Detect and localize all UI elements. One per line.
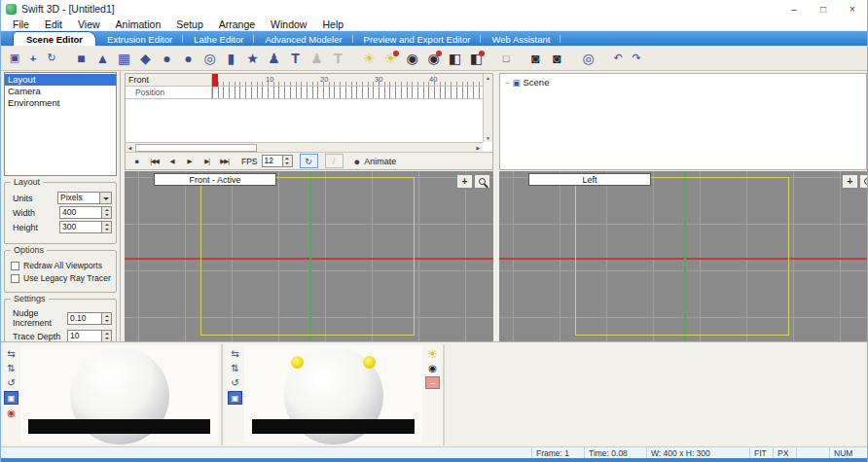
material-preview-canvas[interactable] [20, 345, 218, 443]
menu-setup[interactable]: Setup [168, 18, 210, 30]
list-item-environment[interactable]: Environment [5, 97, 116, 109]
menu-view[interactable]: View [70, 18, 108, 30]
timeline-ruler[interactable]: 10 20 30 40 [212, 74, 483, 87]
fit-view-button[interactable]: ▣ [228, 391, 242, 405]
nudge-increment-input[interactable]: 0.10 [67, 312, 102, 325]
go-start-button[interactable]: |◀◀ [146, 156, 163, 167]
octahedron-icon[interactable]: ◆ [135, 49, 156, 68]
fit-view-button[interactable]: ▣ [4, 391, 18, 405]
rounded-cube-icon[interactable]: ▮ [221, 49, 241, 68]
add-light-icon[interactable]: ☀ [425, 347, 440, 360]
remove-light-button[interactable]: – [425, 376, 440, 389]
menu-arrange[interactable]: Arrange [211, 18, 263, 30]
units-select[interactable]: Pixels [57, 192, 100, 204]
scroll-right-icon[interactable]: ▶ [474, 145, 483, 151]
timeline-vertical-scrollbar[interactable]: ▲ ▼ [483, 74, 492, 142]
zoom-view-button[interactable] [859, 174, 868, 189]
list-item-camera[interactable]: Camera [5, 86, 116, 97]
redo-icon[interactable]: ↷ [628, 49, 645, 68]
tab-advanced-modeler[interactable]: Advanced Modeler [254, 32, 352, 46]
step-back-button[interactable]: ◀ [163, 156, 180, 167]
timeline-subtrack-name[interactable]: Position [126, 87, 212, 99]
pan-view-button[interactable]: + [456, 174, 473, 189]
menu-edit[interactable]: Edit [37, 18, 70, 30]
lighting-preview-canvas[interactable] [244, 345, 422, 443]
close-button[interactable]: × [838, 0, 867, 18]
animation-mode-toggle[interactable]: ↻ [300, 154, 318, 168]
orbit-vertical-icon[interactable]: ⇅ [4, 362, 18, 374]
scroll-up-icon[interactable]: ▲ [486, 75, 490, 81]
move-object-icon[interactable]: + [24, 49, 42, 68]
tab-lathe-editor[interactable]: Lathe Editor [183, 32, 254, 46]
minimize-button[interactable]: – [779, 0, 809, 18]
star-icon[interactable]: ★ [242, 49, 263, 68]
tab-scene-editor[interactable]: Scene Editor [13, 31, 96, 46]
timeline-track-name[interactable]: Front [126, 74, 212, 87]
height-stepper[interactable] [102, 221, 112, 233]
text-icon[interactable]: T [285, 49, 306, 68]
timeline-playhead[interactable] [212, 74, 218, 87]
viewport-label[interactable]: Left [528, 173, 651, 186]
viewport-front[interactable]: Front - Active + [125, 171, 493, 341]
pawn-icon[interactable]: ♟ [264, 49, 284, 68]
undo-icon[interactable]: ↶ [609, 49, 627, 68]
legacy-ray-tracer-checkbox[interactable] [11, 274, 19, 283]
spotlight-icon[interactable]: ◉ [425, 362, 440, 374]
show-viewport-icon[interactable]: □ [497, 49, 515, 68]
height-input[interactable]: 300 [59, 221, 102, 233]
orbit-vertical-icon[interactable]: ⇅ [228, 362, 242, 374]
scrollbar-thumb[interactable] [135, 144, 257, 152]
grid-plane-icon[interactable]: ▦ [114, 49, 134, 68]
add-free-light-icon[interactable]: ◧ [445, 49, 465, 68]
redraw-viewports-checkbox[interactable] [11, 262, 19, 270]
scroll-down-icon[interactable]: ▼ [486, 135, 490, 141]
tab-preview-export-editor[interactable]: Preview and Export Editor [353, 32, 482, 46]
viewport-label[interactable]: Front - Active [154, 173, 276, 186]
sphere-icon[interactable]: ● [157, 49, 177, 68]
menu-file[interactable]: File [5, 18, 37, 30]
menu-help[interactable]: Help [314, 18, 351, 30]
width-stepper[interactable] [102, 206, 112, 219]
width-input[interactable]: 400 [59, 206, 102, 219]
zoom-view-button[interactable] [474, 174, 490, 189]
rotate-object-icon[interactable]: ↻ [43, 49, 60, 68]
light-handle[interactable] [363, 356, 376, 369]
maximize-button[interactable]: □ [809, 0, 838, 18]
remove-spot-light-icon[interactable]: ◉ [423, 49, 444, 68]
render-mode-icon[interactable]: ◉ [4, 407, 18, 419]
go-end-button[interactable]: ▶| [199, 156, 215, 167]
orbit-horizontal-icon[interactable]: ⇆ [228, 347, 242, 360]
play-button[interactable]: ▶▶| [216, 156, 233, 167]
camera-icon[interactable]: ◙ [525, 49, 546, 68]
pan-view-button[interactable]: + [842, 174, 858, 189]
list-item-layout[interactable]: Layout [5, 74, 116, 86]
units-dropdown-button[interactable] [100, 192, 112, 204]
cube-icon[interactable]: ■ [71, 49, 91, 68]
stop-button[interactable]: ■ [128, 156, 145, 167]
add-spot-light-icon[interactable]: ◉ [402, 49, 422, 68]
timeline-frame-cells[interactable] [212, 87, 483, 99]
remove-point-light-icon[interactable]: ☀ [380, 49, 401, 68]
torus-icon[interactable]: ◎ [199, 49, 220, 68]
orbit-horizontal-icon[interactable]: ⇆ [4, 347, 18, 360]
tab-web-assistant[interactable]: Web Assistant [481, 32, 561, 46]
scroll-left-icon[interactable]: ◀ [126, 145, 134, 151]
remove-free-light-icon[interactable]: ◧ [466, 49, 487, 68]
add-point-light-icon[interactable]: ☀ [359, 49, 380, 68]
viewport-left[interactable]: Left + [499, 171, 868, 341]
select-tool-icon[interactable]: ▣ [6, 49, 23, 68]
orbit-roll-icon[interactable]: ↺ [228, 376, 242, 389]
fps-stepper[interactable] [283, 155, 293, 167]
cone-icon[interactable]: ▲ [92, 49, 113, 68]
render-preview-icon[interactable]: ◎ [578, 49, 598, 68]
fps-input[interactable]: 12 [262, 155, 283, 167]
ellipsoid-icon[interactable]: ● [178, 49, 199, 68]
tree-node-scene[interactable]: – ▣ Scene [505, 77, 861, 88]
tab-extrusion-editor[interactable]: Extrusion Editor [96, 32, 183, 46]
light-handle[interactable] [291, 356, 304, 369]
orbit-roll-icon[interactable]: ↺ [4, 376, 18, 389]
step-forward-button[interactable]: ▶ [181, 156, 198, 167]
target-camera-icon[interactable]: ◙ [547, 49, 567, 68]
menu-window[interactable]: Window [263, 18, 314, 30]
nudge-increment-stepper[interactable] [102, 312, 112, 325]
